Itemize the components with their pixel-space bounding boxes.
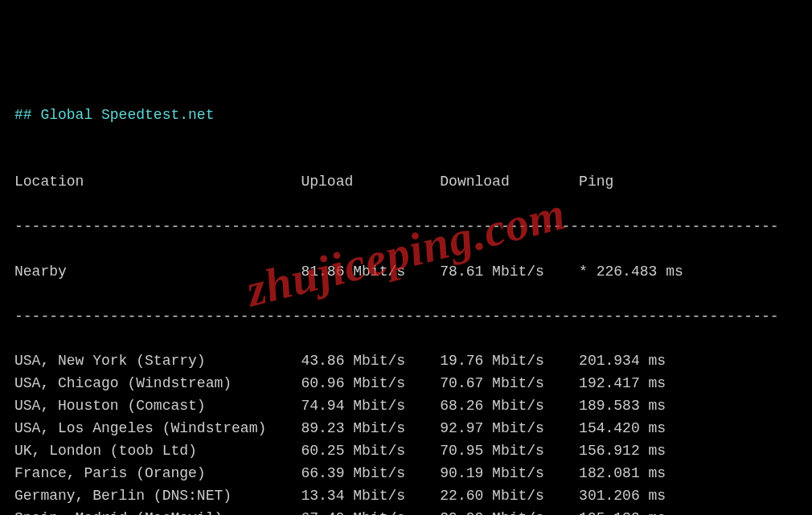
divider-1: ----------------------------------------… xyxy=(14,219,779,235)
nearby-row: Nearby 81.86 Mbit/s 78.61 Mbit/s * 226.4… xyxy=(14,264,683,280)
divider-2: ----------------------------------------… xyxy=(14,309,779,325)
watermark-text: zhujiceping.com xyxy=(239,178,573,327)
section-title: ## Global Speedtest.net xyxy=(14,107,214,123)
table-header-row: Location Upload Download Ping xyxy=(14,174,613,190)
table-body: USA, New York (Starry) 43.86 Mbit/s 19.7… xyxy=(14,353,666,515)
